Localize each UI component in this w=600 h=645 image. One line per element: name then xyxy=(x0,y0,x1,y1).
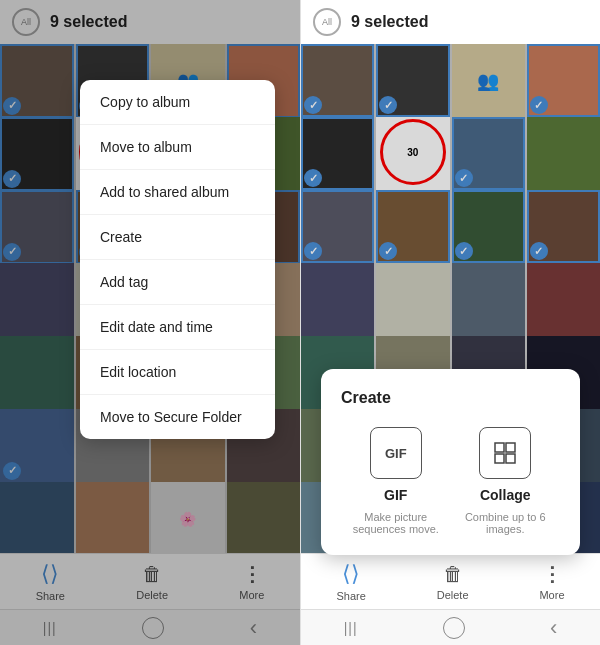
collage-desc: Combine up to 6 images. xyxy=(455,511,555,535)
right-selected-count-text: 9 selected xyxy=(351,13,428,31)
create-dialog-title: Create xyxy=(341,389,560,407)
left-panel: All 9 selected 👥 30 ✏️ xyxy=(0,0,300,645)
create-dialog: Create GIF GIF Make picture sequences mo… xyxy=(321,369,580,555)
menu-item-secure[interactable]: Move to Secure Folder xyxy=(80,395,275,439)
right-all-select-circle[interactable]: All xyxy=(313,8,341,36)
right-panel: All 9 selected 👥 30 xyxy=(300,0,600,645)
right-header: All 9 selected xyxy=(301,0,600,44)
right-more-icon: ⋮ xyxy=(542,562,562,586)
menu-item-shared[interactable]: Add to shared album xyxy=(80,170,275,215)
svg-rect-2 xyxy=(495,454,504,463)
menu-item-copy[interactable]: Copy to album xyxy=(80,80,275,125)
right-recent-icon[interactable]: ||| xyxy=(344,620,358,636)
svg-rect-0 xyxy=(495,443,504,452)
right-all-label: All xyxy=(322,17,332,27)
right-more-button[interactable]: ⋮ More xyxy=(539,562,564,601)
right-share-icon: ⟨⟩ xyxy=(342,561,360,587)
right-delete-icon: 🗑 xyxy=(443,563,463,586)
right-delete-button[interactable]: 🗑 Delete xyxy=(437,563,469,601)
right-back-icon[interactable]: ‹ xyxy=(550,615,557,641)
right-share-label: Share xyxy=(336,590,365,602)
menu-item-create[interactable]: Create xyxy=(80,215,275,260)
gif-label: GIF xyxy=(384,487,407,503)
menu-item-tag[interactable]: Add tag xyxy=(80,260,275,305)
gif-icon: GIF xyxy=(370,427,422,479)
right-toolbar: ⟨⟩ Share 🗑 Delete ⋮ More xyxy=(301,553,600,609)
collage-label: Collage xyxy=(480,487,531,503)
right-share-button[interactable]: ⟨⟩ Share xyxy=(336,561,365,602)
right-home-icon[interactable] xyxy=(443,617,465,639)
menu-item-location[interactable]: Edit location xyxy=(80,350,275,395)
right-more-label: More xyxy=(539,589,564,601)
menu-item-move[interactable]: Move to album xyxy=(80,125,275,170)
collage-icon xyxy=(479,427,531,479)
right-nav-bar: ||| ‹ xyxy=(301,609,600,645)
svg-rect-3 xyxy=(506,454,515,463)
gif-option[interactable]: GIF GIF Make picture sequences move. xyxy=(346,427,446,535)
right-delete-label: Delete xyxy=(437,589,469,601)
context-menu: Copy to album Move to album Add to share… xyxy=(80,80,275,439)
menu-item-date[interactable]: Edit date and time xyxy=(80,305,275,350)
create-options: GIF GIF Make picture sequences move. Col… xyxy=(341,427,560,535)
collage-option[interactable]: Collage Combine up to 6 images. xyxy=(455,427,555,535)
svg-rect-1 xyxy=(506,443,515,452)
gif-desc: Make picture sequences move. xyxy=(346,511,446,535)
